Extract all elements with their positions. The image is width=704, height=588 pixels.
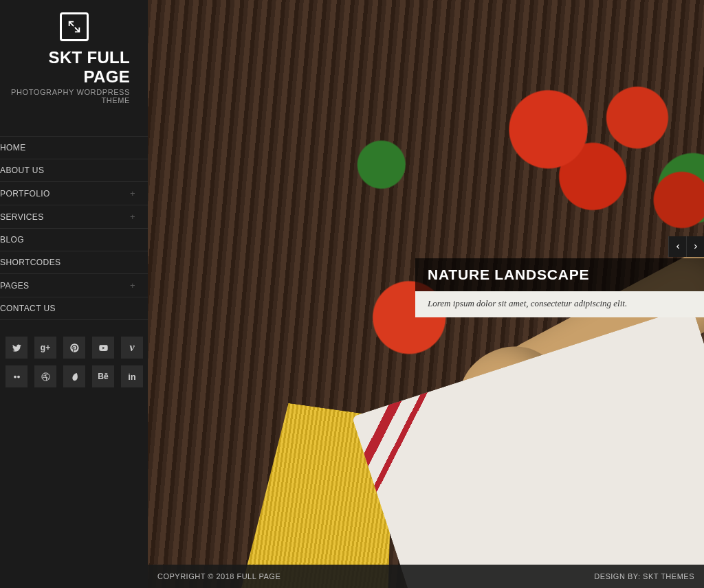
footer-credit: DESIGN BY: SKT THEMES bbox=[594, 572, 694, 580]
footer-bar: COPYRIGHT © 2018 FULL PAGE DESIGN BY: SK… bbox=[148, 565, 704, 588]
nav-item-contact-us[interactable]: CONTACT US bbox=[0, 297, 148, 320]
nav-label: ABOUT US bbox=[0, 166, 44, 175]
plus-icon: + bbox=[130, 188, 135, 199]
envato-icon[interactable] bbox=[63, 365, 85, 387]
primary-nav: HOME ABOUT US PORTFOLIO + SERVICES + BLO… bbox=[0, 136, 148, 320]
nav-label: BLOG bbox=[0, 235, 24, 245]
nav-item-blog[interactable]: BLOG bbox=[0, 229, 148, 251]
brand-block: SKT FULL PAGE PHOTOGRAPHY WORDPRESS THEM… bbox=[0, 0, 148, 104]
nav-label: SHORTCODES bbox=[0, 258, 60, 267]
nav-label: HOME bbox=[0, 143, 26, 152]
nav-item-home[interactable]: HOME bbox=[0, 136, 148, 159]
slide-caption: Lorem ipsum dolor sit amet, consectetur … bbox=[415, 291, 704, 317]
chevron-left-icon bbox=[674, 242, 681, 251]
pinterest-icon[interactable] bbox=[63, 337, 85, 359]
behance-icon[interactable]: Bē bbox=[92, 365, 114, 387]
nav-item-portfolio[interactable]: PORTFOLIO + bbox=[0, 182, 148, 205]
plus-icon: + bbox=[130, 212, 135, 222]
site-title: SKT FULL PAGE bbox=[0, 48, 148, 87]
svg-point-1 bbox=[17, 375, 20, 378]
main-content: NATURE LANDSCAPE Lorem ipsum dolor sit a… bbox=[148, 0, 704, 588]
flickr-icon[interactable] bbox=[6, 365, 28, 387]
google-plus-icon[interactable]: g+ bbox=[34, 337, 56, 359]
nav-label: SERVICES bbox=[0, 212, 44, 222]
twitter-icon[interactable] bbox=[6, 337, 28, 359]
nav-item-shortcodes[interactable]: SHORTCODES bbox=[0, 251, 148, 274]
slider-controls bbox=[668, 236, 704, 257]
nav-item-pages[interactable]: PAGES + bbox=[0, 274, 148, 297]
expand-icon bbox=[60, 12, 89, 41]
nav-item-about-us[interactable]: ABOUT US bbox=[0, 159, 148, 182]
slider-prev-button[interactable] bbox=[668, 236, 686, 257]
slide-overlay: NATURE LANDSCAPE Lorem ipsum dolor sit a… bbox=[415, 258, 704, 317]
chevron-right-icon bbox=[692, 242, 699, 251]
svg-point-0 bbox=[14, 375, 16, 378]
linkedin-icon[interactable]: in bbox=[121, 365, 143, 387]
nav-label: PORTFOLIO bbox=[0, 189, 50, 199]
slider-next-button[interactable] bbox=[686, 236, 704, 257]
app-root: SKT FULL PAGE PHOTOGRAPHY WORDPRESS THEM… bbox=[0, 0, 704, 588]
nav-label: PAGES bbox=[0, 281, 29, 291]
social-links: g+ v Bē in bbox=[0, 320, 148, 387]
sidebar: SKT FULL PAGE PHOTOGRAPHY WORDPRESS THEM… bbox=[0, 0, 148, 588]
plus-icon: + bbox=[130, 280, 135, 291]
nav-item-services[interactable]: SERVICES + bbox=[0, 205, 148, 229]
youtube-icon[interactable] bbox=[92, 337, 114, 359]
site-subtitle: PHOTOGRAPHY WORDPRESS THEME bbox=[0, 88, 148, 104]
footer-copyright: COPYRIGHT © 2018 FULL PAGE bbox=[157, 572, 280, 580]
svg-point-2 bbox=[41, 372, 49, 380]
dribbble-icon[interactable] bbox=[34, 365, 56, 387]
slide-title: NATURE LANDSCAPE bbox=[415, 258, 704, 291]
vimeo-icon[interactable]: v bbox=[121, 337, 143, 359]
nav-label: CONTACT US bbox=[0, 304, 56, 313]
